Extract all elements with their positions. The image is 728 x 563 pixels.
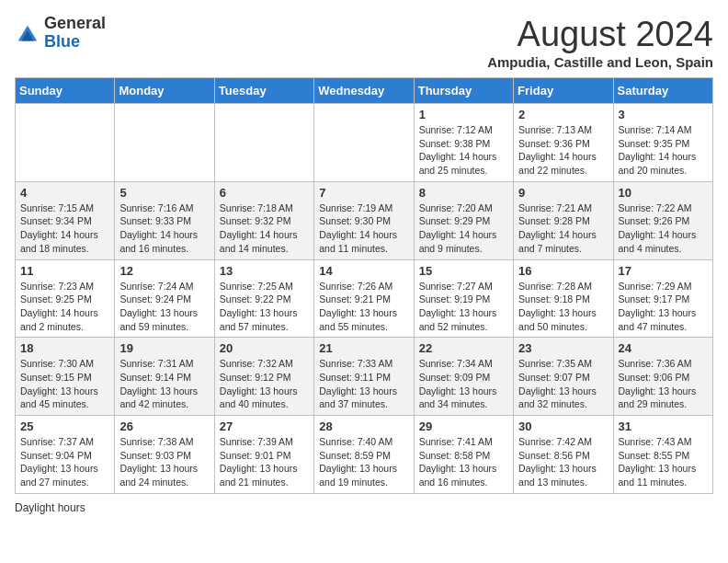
calendar-day-cell [214,104,313,182]
day-info: Sunrise: 7:35 AM Sunset: 9:07 PM Dayligh… [518,357,608,411]
day-number: 25 [20,419,109,433]
calendar-day-cell: 8Sunrise: 7:20 AM Sunset: 9:29 PM Daylig… [414,181,513,259]
calendar-day-cell: 18Sunrise: 7:30 AM Sunset: 9:15 PM Dayli… [16,338,115,416]
calendar-week-row: 1Sunrise: 7:12 AM Sunset: 9:38 PM Daylig… [16,104,713,182]
day-number: 23 [518,341,608,355]
day-info: Sunrise: 7:15 AM Sunset: 9:34 PM Dayligh… [20,201,109,256]
calendar-day-cell: 30Sunrise: 7:42 AM Sunset: 8:56 PM Dayli… [514,416,613,494]
logo-icon [15,22,40,48]
day-number: 24 [619,341,708,355]
calendar-day-cell: 23Sunrise: 7:35 AM Sunset: 9:07 PM Dayli… [514,338,613,416]
day-info: Sunrise: 7:26 AM Sunset: 9:21 PM Dayligh… [319,280,408,334]
day-number: 13 [220,264,309,278]
day-number: 1 [419,108,508,121]
day-number: 6 [220,186,309,200]
day-number: 28 [319,419,408,433]
day-info: Sunrise: 7:21 AM Sunset: 9:28 PM Dayligh… [518,201,608,256]
day-number: 21 [319,341,408,355]
day-number: 14 [319,264,408,278]
day-info: Sunrise: 7:12 AM Sunset: 9:38 PM Dayligh… [419,123,508,178]
day-number: 2 [518,108,608,121]
day-info: Sunrise: 7:43 AM Sunset: 8:55 PM Dayligh… [619,435,708,489]
calendar-day-cell: 4Sunrise: 7:15 AM Sunset: 9:34 PM Daylig… [16,181,115,259]
calendar-day-cell: 6Sunrise: 7:18 AM Sunset: 9:32 PM Daylig… [214,181,313,259]
subtitle: Ampudia, Castille and Leon, Spain [487,54,713,70]
day-number: 10 [619,186,708,200]
day-info: Sunrise: 7:23 AM Sunset: 9:25 PM Dayligh… [20,280,109,334]
day-number: 26 [119,419,209,433]
calendar-day-cell: 21Sunrise: 7:33 AM Sunset: 9:11 PM Dayli… [314,338,414,416]
calendar-day-cell: 9Sunrise: 7:21 AM Sunset: 9:28 PM Daylig… [514,181,613,259]
day-of-week-header: Thursday [414,78,513,104]
logo-text: General Blue [44,15,106,52]
calendar-day-cell: 29Sunrise: 7:41 AM Sunset: 8:58 PM Dayli… [414,416,513,494]
calendar-day-cell: 1Sunrise: 7:12 AM Sunset: 9:38 PM Daylig… [414,104,513,182]
day-number: 4 [20,186,109,200]
day-info: Sunrise: 7:18 AM Sunset: 9:32 PM Dayligh… [220,201,309,256]
calendar-day-cell: 31Sunrise: 7:43 AM Sunset: 8:55 PM Dayli… [613,416,712,494]
day-number: 3 [619,108,708,121]
day-number: 16 [518,264,608,278]
day-number: 7 [319,186,408,200]
calendar-week-row: 25Sunrise: 7:37 AM Sunset: 9:04 PM Dayli… [16,416,713,494]
day-of-week-header: Tuesday [214,78,313,104]
day-info: Sunrise: 7:13 AM Sunset: 9:36 PM Dayligh… [518,123,608,178]
calendar-day-cell: 14Sunrise: 7:26 AM Sunset: 9:21 PM Dayli… [314,259,414,338]
day-number: 17 [619,264,708,278]
day-number: 5 [119,186,209,200]
calendar-day-cell: 20Sunrise: 7:32 AM Sunset: 9:12 PM Dayli… [214,338,313,416]
day-of-week-header: Wednesday [314,78,414,104]
day-info: Sunrise: 7:29 AM Sunset: 9:17 PM Dayligh… [619,280,708,334]
day-info: Sunrise: 7:40 AM Sunset: 8:59 PM Dayligh… [319,435,408,489]
calendar-day-cell: 2Sunrise: 7:13 AM Sunset: 9:36 PM Daylig… [514,104,613,182]
day-number: 9 [518,186,608,200]
day-info: Sunrise: 7:33 AM Sunset: 9:11 PM Dayligh… [319,357,408,411]
day-info: Sunrise: 7:24 AM Sunset: 9:24 PM Dayligh… [119,280,209,334]
footer-note: Daylight hours [15,501,713,514]
day-number: 19 [119,341,209,355]
day-number: 8 [419,186,508,200]
day-info: Sunrise: 7:30 AM Sunset: 9:15 PM Dayligh… [20,357,109,411]
calendar-day-cell: 27Sunrise: 7:39 AM Sunset: 9:01 PM Dayli… [214,416,313,494]
day-number: 18 [20,341,109,355]
calendar-day-cell: 19Sunrise: 7:31 AM Sunset: 9:14 PM Dayli… [115,338,214,416]
calendar-day-cell: 5Sunrise: 7:16 AM Sunset: 9:33 PM Daylig… [115,181,214,259]
day-info: Sunrise: 7:16 AM Sunset: 9:33 PM Dayligh… [119,201,209,256]
calendar-day-cell: 15Sunrise: 7:27 AM Sunset: 9:19 PM Dayli… [414,259,513,338]
logo-general: General [44,15,106,33]
calendar-day-cell: 11Sunrise: 7:23 AM Sunset: 9:25 PM Dayli… [16,259,115,338]
title-area: August 2024 Ampudia, Castille and Leon, … [487,15,713,70]
day-number: 22 [419,341,508,355]
calendar-day-cell: 7Sunrise: 7:19 AM Sunset: 9:30 PM Daylig… [314,181,414,259]
day-number: 11 [20,264,109,278]
day-info: Sunrise: 7:42 AM Sunset: 8:56 PM Dayligh… [518,435,608,489]
day-info: Sunrise: 7:34 AM Sunset: 9:09 PM Dayligh… [419,357,508,411]
day-info: Sunrise: 7:31 AM Sunset: 9:14 PM Dayligh… [119,357,209,411]
page-header: General Blue August 2024 Ampudia, Castil… [15,15,713,70]
calendar-day-cell: 24Sunrise: 7:36 AM Sunset: 9:06 PM Dayli… [613,338,712,416]
day-info: Sunrise: 7:27 AM Sunset: 9:19 PM Dayligh… [419,280,508,334]
calendar-day-cell [314,104,414,182]
calendar-week-row: 18Sunrise: 7:30 AM Sunset: 9:15 PM Dayli… [16,338,713,416]
day-info: Sunrise: 7:22 AM Sunset: 9:26 PM Dayligh… [619,201,708,256]
day-of-week-header: Sunday [16,78,115,104]
calendar-day-cell: 12Sunrise: 7:24 AM Sunset: 9:24 PM Dayli… [115,259,214,338]
calendar-day-cell: 10Sunrise: 7:22 AM Sunset: 9:26 PM Dayli… [613,181,712,259]
calendar-day-cell: 25Sunrise: 7:37 AM Sunset: 9:04 PM Dayli… [16,416,115,494]
day-number: 29 [419,419,508,433]
main-title: August 2024 [487,15,713,54]
calendar-day-cell [16,104,115,182]
logo-blue: Blue [44,33,106,52]
day-info: Sunrise: 7:38 AM Sunset: 9:03 PM Dayligh… [119,435,209,489]
calendar-week-row: 11Sunrise: 7:23 AM Sunset: 9:25 PM Dayli… [16,259,713,338]
calendar-day-cell: 22Sunrise: 7:34 AM Sunset: 9:09 PM Dayli… [414,338,513,416]
calendar-day-cell: 16Sunrise: 7:28 AM Sunset: 9:18 PM Dayli… [514,259,613,338]
day-number: 20 [220,341,309,355]
day-info: Sunrise: 7:28 AM Sunset: 9:18 PM Dayligh… [518,280,608,334]
day-info: Sunrise: 7:41 AM Sunset: 8:58 PM Dayligh… [419,435,508,489]
day-of-week-header: Friday [514,78,613,104]
calendar-day-cell: 28Sunrise: 7:40 AM Sunset: 8:59 PM Dayli… [314,416,414,494]
calendar-day-cell: 3Sunrise: 7:14 AM Sunset: 9:35 PM Daylig… [613,104,712,182]
days-header-row: SundayMondayTuesdayWednesdayThursdayFrid… [16,78,713,104]
day-number: 15 [419,264,508,278]
